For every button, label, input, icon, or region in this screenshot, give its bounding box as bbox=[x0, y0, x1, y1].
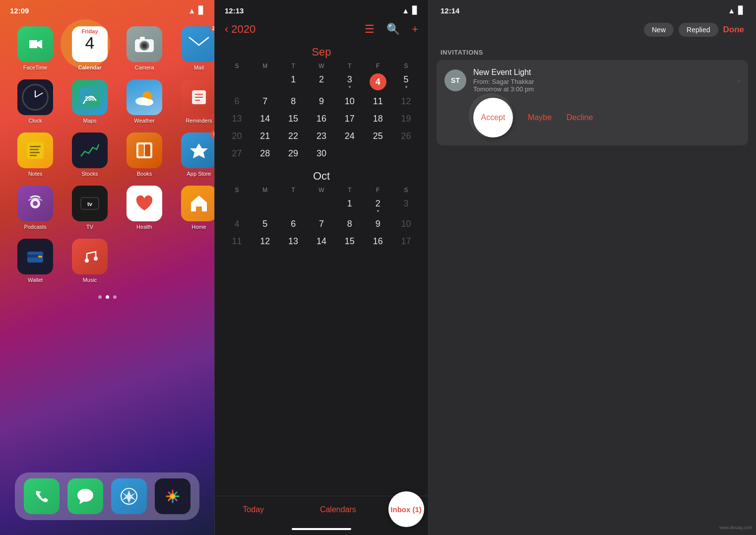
sep-day-27[interactable]: 27 bbox=[223, 145, 251, 162]
calendar-add-icon[interactable]: + bbox=[412, 23, 418, 36]
sep-day-24[interactable]: 24 bbox=[335, 128, 364, 144]
books-icon-img bbox=[126, 133, 162, 168]
oct-day-4[interactable]: 4 bbox=[223, 216, 251, 232]
app-maps[interactable]: 280 Maps bbox=[67, 79, 112, 124]
sep-day-2[interactable]: 2 bbox=[308, 71, 336, 92]
mail-icon-img: 22 bbox=[181, 26, 214, 62]
dock-messages[interactable] bbox=[67, 478, 103, 514]
sep-day-14[interactable]: 14 bbox=[251, 111, 279, 127]
sep-day-11[interactable]: 11 bbox=[364, 93, 392, 110]
sep-day-6[interactable]: 6 bbox=[223, 93, 251, 110]
oct-day-8[interactable]: 8 bbox=[335, 216, 364, 232]
oct-day-15[interactable]: 15 bbox=[335, 233, 364, 250]
phone-icon-img bbox=[24, 478, 60, 514]
app-clock[interactable]: Clock bbox=[13, 79, 58, 124]
cal-inbox-btn[interactable]: Inbox (1) bbox=[390, 505, 422, 514]
app-notes[interactable]: Notes bbox=[13, 133, 58, 177]
oct-day-2[interactable]: 2 bbox=[364, 196, 392, 215]
app-camera[interactable]: Camera bbox=[122, 26, 167, 70]
sep-day-28[interactable]: 28 bbox=[251, 145, 279, 162]
cal-year-back[interactable]: ‹ 2020 bbox=[225, 23, 255, 36]
oct-day-10[interactable]: 10 bbox=[392, 216, 420, 232]
sep-day-17[interactable]: 17 bbox=[335, 111, 364, 127]
app-health[interactable]: Health bbox=[122, 186, 167, 230]
oct-day-6[interactable]: 6 bbox=[279, 216, 308, 232]
app-books[interactable]: Books bbox=[122, 133, 167, 177]
app-stocks[interactable]: Stocks bbox=[67, 133, 112, 177]
podcasts-label: Podcasts bbox=[24, 224, 46, 230]
dock-safari[interactable] bbox=[111, 478, 147, 514]
app-appletv[interactable]: tv TV bbox=[67, 186, 112, 230]
weather-label: Weather bbox=[134, 118, 154, 124]
dock-photos[interactable] bbox=[155, 478, 190, 514]
sep-day-4-today[interactable]: 4 bbox=[364, 71, 392, 92]
calendar-list-icon[interactable]: ☰ bbox=[365, 23, 375, 36]
sep-day-22[interactable]: 22 bbox=[279, 128, 308, 144]
oct-day-12[interactable]: 12 bbox=[251, 233, 279, 250]
dock-phone[interactable] bbox=[24, 478, 60, 514]
oct-day-5[interactable]: 5 bbox=[251, 216, 279, 232]
sep-days-grid: 1 2 3 4 5 6 7 8 9 10 11 12 13 14 15 16 bbox=[223, 71, 420, 162]
filter-new-btn[interactable]: New bbox=[644, 23, 674, 37]
sep-day-13[interactable]: 13 bbox=[223, 111, 251, 127]
app-podcasts[interactable]: Podcasts bbox=[13, 186, 58, 230]
sep-day-25[interactable]: 25 bbox=[364, 128, 392, 144]
sep-day-10[interactable]: 10 bbox=[335, 93, 364, 110]
oct-day-9[interactable]: 9 bbox=[364, 216, 392, 232]
app-reminders[interactable]: Reminders bbox=[177, 79, 214, 124]
cal-scroll-area[interactable]: Sep S M T W T F S 1 2 3 4 5 bbox=[215, 40, 428, 496]
sep-day-12[interactable]: 12 bbox=[392, 93, 420, 110]
dot-2 bbox=[106, 295, 109, 299]
oct-day-7[interactable]: 7 bbox=[308, 216, 336, 232]
sep-day-19[interactable]: 19 bbox=[392, 111, 420, 127]
oct-day-13[interactable]: 13 bbox=[279, 233, 308, 250]
done-button[interactable]: Done bbox=[723, 25, 745, 35]
sep-day-26[interactable]: 26 bbox=[392, 128, 420, 144]
svg-rect-21 bbox=[30, 152, 40, 153]
sep-day-3[interactable]: 3 bbox=[335, 71, 364, 92]
sep-day-23[interactable]: 23 bbox=[308, 128, 336, 144]
svg-text:tv: tv bbox=[87, 201, 93, 207]
sep-day-1[interactable]: 1 bbox=[279, 71, 308, 92]
sep-day-16[interactable]: 16 bbox=[308, 111, 336, 127]
app-music[interactable]: Music bbox=[67, 239, 112, 283]
sep-day-15[interactable]: 15 bbox=[279, 111, 308, 127]
maybe-button[interactable]: Maybe bbox=[528, 113, 552, 122]
camera-label: Camera bbox=[134, 65, 154, 70]
oct-day-1[interactable]: 1 bbox=[335, 196, 364, 215]
app-appstore[interactable]: 5 App Store bbox=[177, 133, 214, 177]
clock-min-hand bbox=[35, 92, 44, 98]
sep-day-30[interactable]: 30 bbox=[308, 145, 336, 162]
health-icon-img bbox=[126, 186, 162, 221]
app-home[interactable]: Home bbox=[177, 186, 214, 230]
sep-day-18[interactable]: 18 bbox=[364, 111, 392, 127]
app-calendar[interactable]: Friday 4 Calendar bbox=[67, 26, 112, 70]
filter-replied-btn[interactable]: Replied bbox=[679, 23, 718, 37]
sep-day-5[interactable]: 5 bbox=[392, 71, 420, 92]
sep-day-7[interactable]: 7 bbox=[251, 93, 279, 110]
app-mail[interactable]: 22 Mail bbox=[177, 26, 214, 70]
calendar-search-icon[interactable]: 🔍 bbox=[386, 23, 400, 36]
oct-day-14[interactable]: 14 bbox=[308, 233, 336, 250]
oct-day-16[interactable]: 16 bbox=[364, 233, 392, 250]
sep-day-29[interactable]: 29 bbox=[279, 145, 308, 162]
decline-button[interactable]: Decline bbox=[567, 113, 593, 122]
app-weather[interactable]: Weather bbox=[122, 79, 167, 124]
cal-year-label: 2020 bbox=[231, 23, 255, 36]
cal-today-btn[interactable]: Today bbox=[237, 503, 270, 516]
oct-day-11[interactable]: 11 bbox=[223, 233, 251, 250]
reminders-label: Reminders bbox=[186, 118, 212, 124]
oct-day-17[interactable]: 17 bbox=[392, 233, 420, 250]
cal-calendars-btn[interactable]: Calendars bbox=[314, 503, 362, 516]
sep-day-8[interactable]: 8 bbox=[279, 93, 308, 110]
sep-day-21[interactable]: 21 bbox=[251, 128, 279, 144]
oct-day-3[interactable]: 3 bbox=[392, 196, 420, 215]
app-wallet[interactable]: Wallet bbox=[13, 239, 58, 283]
svg-point-27 bbox=[33, 201, 38, 206]
sep-day-9[interactable]: 9 bbox=[308, 93, 336, 110]
app-facetime[interactable]: FaceTime bbox=[13, 26, 58, 70]
cal-back-icon[interactable]: ‹ bbox=[225, 23, 228, 36]
calendar-icon-img: Friday 4 bbox=[72, 26, 108, 62]
sep-day-20[interactable]: 20 bbox=[223, 128, 251, 144]
svg-marker-1 bbox=[29, 40, 37, 48]
